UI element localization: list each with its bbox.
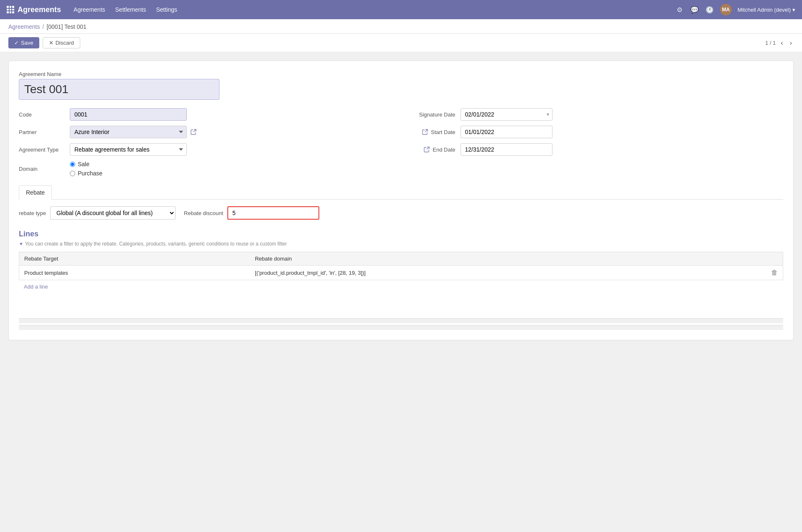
pager-prev-button[interactable]: ‹ bbox=[779, 38, 784, 48]
signature-date-label: Signature Date bbox=[410, 111, 456, 118]
menu-item-settlements[interactable]: Settlements bbox=[115, 5, 146, 15]
col-rebate-target: Rebate Target bbox=[19, 252, 250, 266]
user-menu[interactable]: Mitchell Admin (devel) ▾ bbox=[738, 7, 795, 13]
form-left-col: Code Partner Azure Interior bbox=[19, 108, 393, 177]
filter-icon: ▼ bbox=[19, 241, 23, 246]
form-card: Agreement Name Code Partner Azure Interi… bbox=[8, 61, 794, 340]
app-logo[interactable]: Agreements bbox=[7, 5, 61, 14]
breadcrumb: Agreements / [0001] Test 001 bbox=[8, 23, 794, 33]
lines-table-header: Rebate Target Rebate domain bbox=[19, 252, 783, 266]
tab-rebate[interactable]: Rebate bbox=[19, 185, 52, 200]
rebate-target-cell: Product templates bbox=[19, 266, 250, 280]
agreement-name-label: Agreement Name bbox=[19, 71, 783, 77]
pager-count: 1 / 1 bbox=[765, 40, 776, 46]
start-date-row: Start Date bbox=[410, 126, 784, 138]
partner-external-link-icon[interactable] bbox=[189, 128, 198, 136]
partner-select[interactable]: Azure Interior bbox=[70, 126, 187, 138]
end-date-row: End Date bbox=[410, 143, 784, 156]
signature-date-row: Signature Date ▾ bbox=[410, 108, 784, 121]
rebate-domain-cell: [('product_id.product_tmpl_id', 'in', [2… bbox=[250, 266, 766, 280]
breadcrumb-current: [0001] Test 001 bbox=[46, 23, 86, 30]
domain-sale-option[interactable]: Sale bbox=[70, 161, 102, 167]
app-name: Agreements bbox=[18, 5, 61, 14]
start-date-label: Start Date bbox=[431, 129, 456, 135]
partner-label: Partner bbox=[19, 129, 65, 135]
user-caret-icon: ▾ bbox=[792, 7, 795, 13]
menu-item-agreements[interactable]: Agreements bbox=[74, 5, 105, 15]
col-rebate-domain: Rebate domain bbox=[250, 252, 766, 266]
domain-radio-group: Sale Purchase bbox=[70, 161, 102, 177]
rebate-form-row: rebate type Global (A discount global fo… bbox=[19, 206, 783, 220]
domain-label: Domain bbox=[19, 166, 65, 172]
start-date-external-link-icon[interactable] bbox=[421, 128, 429, 136]
lines-title: Lines bbox=[19, 230, 783, 238]
bottom-spacer bbox=[19, 293, 783, 310]
pager: 1 / 1 ‹ › bbox=[765, 38, 794, 48]
partner-field-group: Azure Interior bbox=[70, 126, 393, 138]
bottom-scrollbar[interactable] bbox=[19, 325, 783, 330]
partner-row: Partner Azure Interior bbox=[19, 126, 393, 138]
end-date-external-link-icon[interactable] bbox=[423, 145, 431, 154]
end-date-input[interactable] bbox=[461, 143, 552, 156]
main-content: Agreement Name Code Partner Azure Interi… bbox=[0, 52, 802, 349]
domain-purchase-radio[interactable] bbox=[70, 171, 75, 176]
agreement-type-row: Agreement Type Rebate agreements for sal… bbox=[19, 143, 393, 156]
start-date-input[interactable] bbox=[461, 126, 552, 138]
grid-icon bbox=[7, 6, 14, 13]
top-menu: Agreements Settlements Settings bbox=[74, 5, 667, 15]
end-date-label-group: End Date bbox=[410, 145, 456, 154]
chat-icon[interactable]: 💬 bbox=[690, 5, 699, 14]
domain-sale-label: Sale bbox=[78, 161, 89, 167]
lines-hint-text: You can create a filter to apply the reb… bbox=[25, 241, 287, 247]
signature-date-input[interactable] bbox=[461, 108, 552, 121]
avatar: MA bbox=[720, 4, 732, 15]
lines-table-body: Product templates [('product_id.product_… bbox=[19, 266, 783, 280]
rebate-discount-label: Rebate discount bbox=[184, 210, 223, 216]
add-line-button[interactable]: Add a line bbox=[19, 280, 53, 293]
user-name: Mitchell Admin (devel) bbox=[738, 7, 791, 13]
lines-hint: ▼ You can create a filter to apply the r… bbox=[19, 241, 783, 247]
save-label: Save bbox=[21, 40, 33, 46]
puzzle-icon[interactable]: ⚙ bbox=[675, 5, 684, 14]
rebate-type-select[interactable]: Global (A discount global for all lines)… bbox=[50, 206, 176, 220]
form-right-col: Signature Date ▾ bbox=[410, 108, 784, 177]
code-row: Code bbox=[19, 108, 393, 121]
rebate-discount-group: Rebate discount bbox=[184, 206, 319, 220]
domain-sale-radio[interactable] bbox=[70, 162, 75, 167]
table-row: Product templates [('product_id.product_… bbox=[19, 266, 783, 280]
agreement-name-section: Agreement Name bbox=[19, 71, 783, 100]
discard-x-icon: ✕ bbox=[49, 40, 53, 46]
breadcrumb-separator: / bbox=[42, 23, 44, 30]
agreement-name-input[interactable] bbox=[19, 79, 219, 100]
domain-purchase-option[interactable]: Purchase bbox=[70, 170, 102, 177]
save-check-icon: ✓ bbox=[14, 40, 19, 46]
horizontal-scrollbar[interactable] bbox=[19, 318, 783, 323]
top-right-actions: ⚙ 💬 🕐 MA Mitchell Admin (devel) ▾ bbox=[675, 4, 795, 15]
rebate-discount-input[interactable] bbox=[227, 206, 319, 220]
pager-next-button[interactable]: › bbox=[788, 38, 794, 48]
signature-date-field: ▾ bbox=[461, 108, 784, 121]
lines-section: Lines ▼ You can create a filter to apply… bbox=[19, 230, 783, 293]
menu-item-settings[interactable]: Settings bbox=[156, 5, 177, 15]
agreement-type-label: Agreement Type bbox=[19, 147, 65, 153]
delete-row-icon[interactable]: 🗑 bbox=[771, 269, 778, 276]
breadcrumb-toolbar-area: Agreements / [0001] Test 001 bbox=[0, 19, 802, 34]
tabs-section: Rebate bbox=[19, 185, 783, 200]
breadcrumb-parent[interactable]: Agreements bbox=[8, 23, 40, 30]
code-input[interactable] bbox=[70, 108, 187, 121]
clock-icon[interactable]: 🕐 bbox=[705, 5, 714, 14]
rebate-type-label: rebate type bbox=[19, 210, 46, 216]
lines-table: Rebate Target Rebate domain Product temp… bbox=[19, 252, 783, 280]
agreement-type-select[interactable]: Rebate agreements for sales bbox=[70, 143, 187, 156]
discard-button[interactable]: ✕ Discard bbox=[43, 37, 80, 48]
discard-label: Discard bbox=[56, 40, 74, 46]
end-date-label: End Date bbox=[433, 147, 455, 153]
toolbar: ✓ Save ✕ Discard 1 / 1 ‹ › bbox=[0, 34, 802, 52]
domain-row: Domain Sale Purchase bbox=[19, 161, 393, 177]
form-two-col: Code Partner Azure Interior bbox=[19, 108, 783, 177]
top-navigation: Agreements Agreements Settlements Settin… bbox=[0, 0, 802, 19]
start-date-label-group: Start Date bbox=[410, 128, 456, 136]
domain-purchase-label: Purchase bbox=[78, 170, 102, 177]
save-button[interactable]: ✓ Save bbox=[8, 37, 39, 48]
code-label: Code bbox=[19, 111, 65, 118]
